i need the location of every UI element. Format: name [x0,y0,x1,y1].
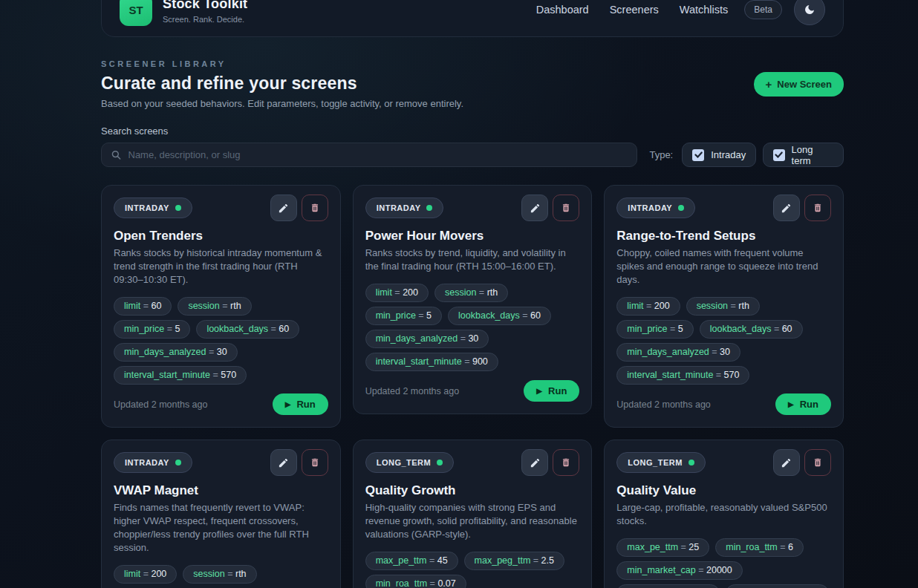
card-top-row: INTRADAY [114,195,328,221]
type-badge: INTRADAY [114,197,192,218]
edit-screen-button[interactable] [270,449,297,476]
param-chip: min_roa_ttm = 6 [715,538,804,557]
search-block: Search screens [101,125,637,167]
play-icon: ▶ [788,401,794,408]
param-chip: session = rth [434,284,508,302]
param-chip: max_pe_ttm = 25 [616,538,709,557]
delete-screen-button[interactable] [804,195,831,221]
app-logo-text: ST [128,4,143,16]
screen-card: LONG_TERM Quality Value Large-cap, profi… [604,440,844,588]
active-status-dot [678,205,684,211]
beta-badge: Beta [744,0,782,19]
run-screen-button[interactable]: ▶ Run [273,393,328,415]
top-app-bar: ST Stock Toolkit Screen. Rank. Decide. D… [101,0,844,37]
run-label: Run [800,399,818,410]
edit-screen-button[interactable] [521,195,548,221]
type-label: Type: [649,149,673,160]
new-screen-label: New Screen [777,79,832,90]
run-screen-button[interactable]: ▶ Run [524,380,579,402]
param-chip: limit = 200 [365,284,429,302]
screen-title: Open Trenders [114,229,328,244]
card-footer: Updated 2 months ago ▶ Run [616,393,831,415]
card-top-row: LONG_TERM [365,449,580,476]
card-actions [773,195,831,221]
chip-list: limit = 200session = rthmin_price = 5loo… [365,284,580,371]
main-nav: Dashboard Screeners Watchlists Beta [536,0,825,25]
param-chip: min_days_analyzed = 30 [114,343,238,362]
play-icon: ▶ [536,388,542,395]
delete-screen-button[interactable] [302,195,328,221]
edit-screen-button[interactable] [521,449,548,476]
nav-dashboard[interactable]: Dashboard [536,4,589,16]
card-actions [773,449,831,476]
search-input[interactable] [128,149,628,160]
section-eyebrow: SCREENER LIBRARY [101,59,463,68]
screen-title: Quality Growth [365,483,580,498]
screen-description: Choppy, coiled names with frequent volum… [616,246,831,287]
trash-icon [813,457,823,468]
run-screen-button[interactable]: ▶ Run [775,393,831,415]
delete-screen-button[interactable] [302,449,328,476]
library-header: SCREENER LIBRARY Curate and refine your … [101,59,844,109]
edit-screen-button[interactable] [773,195,800,221]
card-footer: Updated 2 months ago ▶ Run [365,380,580,402]
card-top-row: LONG_TERM [616,449,831,476]
card-footer: Updated 2 months ago ▶ Run [114,393,328,415]
edit-screen-button[interactable] [270,195,297,221]
active-status-dot [175,460,181,466]
page-subtitle: Based on your seeded behaviors. Edit par… [101,98,463,109]
updated-timestamp: Updated 2 months ago [114,399,207,410]
type-badge-label: INTRADAY [125,203,169,212]
param-chip: min_return_52w = 0 [726,584,829,588]
checkbox-checked-icon[interactable] [692,149,704,161]
theme-toggle-button[interactable] [794,0,825,25]
nav-screeners[interactable]: Screeners [610,4,659,16]
pencil-icon [530,457,541,468]
param-chip: interval_start_minute = 570 [616,366,749,385]
screen-description: Large-cap, profitable, reasonably valued… [616,501,831,528]
cards-grid: INTRADAY Open Trenders Ranks stocks by h… [101,185,844,588]
type-badge-label: INTRADAY [377,203,421,212]
pencil-icon [781,203,792,214]
screen-description: Ranks stocks by historical intraday mome… [114,246,328,287]
delete-screen-button[interactable] [804,449,831,476]
param-chip: min_roa_ttm = 0.07 [365,575,466,588]
type-filters: Type: Intraday Long term [649,143,844,167]
param-chip: limit = 200 [114,565,177,584]
param-chip: min_price = 5 [616,320,693,339]
screen-title: Range-to-Trend Setups [616,229,831,244]
screen-card: INTRADAY Power Hour Movers Ranks stocks … [353,185,593,414]
brand-block: Stock Toolkit Screen. Rank. Decide. [163,0,247,24]
pencil-icon [278,203,289,214]
run-label: Run [548,385,567,396]
new-screen-button[interactable]: + New Screen [754,72,844,97]
edit-screen-button[interactable] [773,449,800,476]
chip-list: max_pe_ttm = 25min_roa_ttm = 6min_market… [616,538,831,588]
param-chip: min_price = 5 [365,307,442,325]
param-chip: session = rth [178,297,251,316]
type-badge-label: LONG_TERM [377,458,432,467]
app-logo: ST [120,0,152,26]
nav-watchlists[interactable]: Watchlists [680,4,729,16]
delete-screen-button[interactable] [553,195,579,221]
screen-card: INTRADAY Open Trenders Ranks stocks by h… [101,185,341,428]
type-badge: INTRADAY [365,197,444,218]
screen-title: Quality Value [616,483,831,498]
search-filter-row: Search screens Type: Intraday Long te [101,125,844,167]
type-badge-label: INTRADAY [628,203,672,212]
delete-screen-button[interactable] [553,449,579,476]
checkbox-checked-icon[interactable] [773,149,784,161]
param-chip: min_days_analyzed = 30 [616,343,740,362]
filter-intraday[interactable]: Intraday [682,143,756,167]
search-icon [111,149,122,160]
active-status-dot [688,460,694,466]
chip-list: limit = 200session = rthmin_price = 5loo… [616,297,831,385]
filter-long-term[interactable]: Long term [763,143,844,167]
card-actions [521,449,579,476]
type-badge-label: LONG_TERM [628,458,683,467]
updated-timestamp: Updated 2 months ago [365,386,459,396]
screen-card: INTRADAY Range-to-Trend Setups Choppy, c… [604,185,844,428]
play-icon: ▶ [285,401,291,408]
type-badge: INTRADAY [114,452,192,473]
active-status-dot [437,460,443,466]
